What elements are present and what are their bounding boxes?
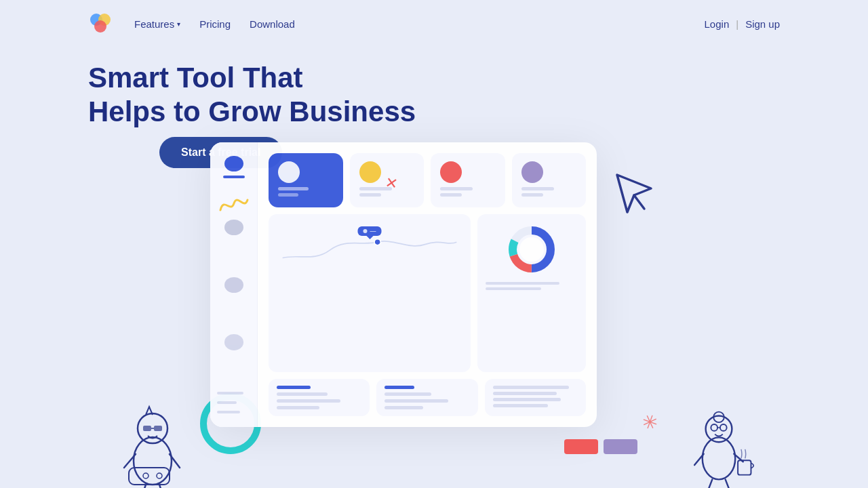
donut-legend bbox=[486, 282, 578, 290]
dash-mid-row: — bbox=[269, 214, 586, 372]
nav-right: Login | Sign up bbox=[705, 18, 780, 30]
svg-rect-14 bbox=[154, 426, 162, 431]
chevron-down-icon: ▾ bbox=[177, 20, 180, 28]
sidebar-lines bbox=[210, 392, 257, 413]
stat-lines-red bbox=[440, 187, 473, 199]
dashboard-card: — bbox=[210, 142, 597, 427]
dash-line-10 bbox=[493, 404, 548, 407]
svg-line-32 bbox=[709, 479, 712, 488]
svg-point-26 bbox=[711, 424, 717, 431]
sidebar-active-line bbox=[223, 176, 245, 178]
deco-squiggle bbox=[217, 190, 251, 220]
dash-line-7 bbox=[493, 386, 570, 389]
stat-circle-yellow bbox=[359, 161, 381, 183]
dash-bottom-card-2 bbox=[376, 379, 477, 416]
svg-point-10 bbox=[519, 237, 544, 262]
btn-purple[interactable] bbox=[604, 439, 637, 454]
sidebar-dot-1 bbox=[224, 220, 243, 235]
bottom-buttons bbox=[564, 439, 637, 454]
dash-line-6 bbox=[384, 406, 422, 409]
chart-tooltip: — bbox=[358, 226, 382, 236]
dash-bottom-row bbox=[269, 379, 586, 416]
nav-pricing[interactable]: Pricing bbox=[199, 18, 231, 30]
svg-point-5 bbox=[374, 239, 380, 245]
svg-marker-3 bbox=[617, 175, 651, 212]
svg-point-11 bbox=[134, 437, 172, 485]
svg-rect-13 bbox=[143, 426, 151, 431]
nav-links: Features ▾ Pricing Download bbox=[134, 18, 705, 30]
char-left bbox=[112, 380, 193, 488]
stat-circle-red bbox=[440, 161, 462, 183]
dash-line-blue-2 bbox=[384, 386, 414, 389]
deco-cursor bbox=[610, 168, 658, 218]
nav-download[interactable]: Download bbox=[250, 18, 295, 30]
stat-card-red bbox=[431, 153, 505, 207]
dash-bottom-lines bbox=[493, 386, 578, 407]
dash-line-5 bbox=[384, 399, 448, 403]
nav-features[interactable]: Features ▾ bbox=[134, 18, 180, 30]
stat-card-blue bbox=[269, 153, 343, 207]
dash-line-blue-1 bbox=[277, 386, 311, 389]
dash-line-8 bbox=[493, 392, 557, 395]
dash-stat-row bbox=[269, 153, 586, 207]
dash-sidebar bbox=[210, 142, 258, 427]
svg-point-19 bbox=[143, 473, 149, 479]
svg-line-4 bbox=[634, 195, 644, 209]
dash-donut-card bbox=[477, 214, 586, 372]
char-right bbox=[682, 383, 756, 488]
stat-circle-purple bbox=[521, 161, 543, 183]
dash-line-4 bbox=[384, 392, 431, 396]
dash-line-1 bbox=[277, 392, 328, 396]
hero-headline-line1: Smart Tool That bbox=[88, 61, 427, 95]
dash-linechart: — bbox=[269, 214, 471, 372]
logo[interactable] bbox=[88, 12, 113, 36]
dash-main: — bbox=[258, 142, 597, 427]
dash-line-9 bbox=[493, 398, 561, 401]
dash-bottom-card-1 bbox=[269, 379, 370, 416]
navbar: Features ▾ Pricing Download Login | Sign… bbox=[0, 0, 868, 47]
svg-point-23 bbox=[703, 437, 735, 479]
svg-point-2 bbox=[94, 20, 106, 33]
dash-bottom-card-3 bbox=[485, 379, 586, 416]
dashboard-mockup: — bbox=[210, 142, 597, 427]
svg-point-20 bbox=[157, 473, 162, 479]
svg-line-33 bbox=[726, 479, 729, 488]
donut-svg bbox=[505, 222, 559, 277]
nav-separator: | bbox=[736, 18, 738, 30]
stat-card-purple bbox=[512, 153, 587, 207]
login-link[interactable]: Login bbox=[705, 18, 730, 30]
sidebar-dot-active bbox=[224, 156, 243, 171]
signup-link[interactable]: Sign up bbox=[745, 18, 780, 30]
svg-rect-31 bbox=[738, 460, 751, 474]
dash-line-2 bbox=[277, 399, 340, 403]
stat-lines-purple bbox=[521, 187, 554, 199]
logo-icon bbox=[88, 12, 113, 36]
stat-circle-blue bbox=[278, 161, 300, 183]
sidebar-dot-3 bbox=[224, 334, 243, 350]
page-wrapper: Features ▾ Pricing Download Login | Sign… bbox=[0, 0, 868, 488]
sidebar-dot-2 bbox=[224, 277, 243, 293]
dash-line-3 bbox=[277, 406, 319, 409]
svg-point-27 bbox=[720, 424, 727, 431]
btn-red[interactable] bbox=[564, 439, 598, 454]
